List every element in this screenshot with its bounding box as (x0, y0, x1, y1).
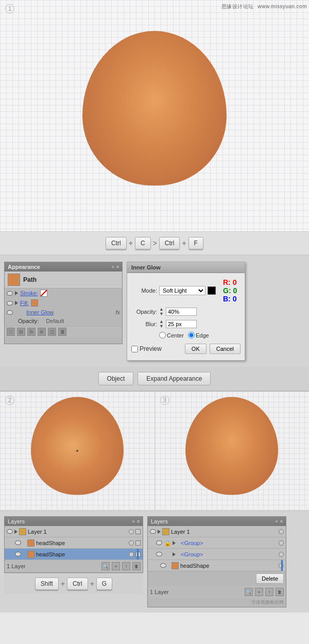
stroke-label[interactable]: Stroke: (20, 290, 38, 296)
layer1-expand-arrow[interactable] (14, 530, 18, 534)
stroke-visibility-eye[interactable] (7, 291, 13, 296)
move-up-icon[interactable]: ↑ (122, 562, 130, 570)
layers-right-footer: 1 Layer 🔍 + ↑ 🗑 (148, 586, 286, 598)
blur-ig-label: Blur: (131, 321, 157, 327)
layer-icon[interactable]: ⊟ (17, 328, 25, 336)
fx-footer-icon[interactable]: fx (27, 328, 36, 336)
shift-key[interactable]: Shift (35, 578, 59, 590)
panel-collapse[interactable]: « (112, 264, 114, 269)
step-number-3: 3 (160, 396, 169, 405)
expand-appearance-button[interactable]: Expand Appearance (138, 372, 211, 385)
shortcut-row-1: Ctrl + C > Ctrl + F (0, 232, 309, 256)
ctrl-key-2[interactable]: Ctrl (159, 237, 180, 249)
appearance-title: Appearance (8, 264, 40, 270)
fill-label[interactable]: Fill: (20, 300, 29, 306)
new-layer-btn[interactable]: + (112, 562, 120, 570)
stroke-expand-arrow[interactable] (15, 291, 18, 295)
group1-arrow[interactable] (173, 541, 176, 545)
layer1-name[interactable]: Layer 1 (28, 529, 127, 535)
layers-left-collapse[interactable]: « (132, 519, 135, 524)
layers-left-footer-icons: 🔍 + ↑ 🗑 (101, 562, 141, 570)
glow-color-swatch[interactable] (208, 286, 216, 295)
fill-visibility-eye[interactable] (7, 301, 13, 306)
headshape2-name[interactable]: headShape (36, 551, 127, 557)
opacity-spinner[interactable]: ▲▼ (159, 307, 164, 316)
duplicate-icon[interactable]: ◫ (48, 328, 56, 336)
blur-ig-input[interactable] (166, 320, 197, 328)
layer1-header-row: Layer 1 (5, 526, 143, 537)
right-move-icon[interactable]: ↑ (265, 588, 273, 596)
center-edge-row: Center Edge (159, 332, 241, 338)
ctrl-key-3[interactable]: Ctrl (67, 578, 88, 590)
clear-icon[interactable]: ⊘ (38, 328, 46, 336)
layers-right-title: Layers (151, 518, 168, 524)
right-layer1-swatch (162, 528, 169, 535)
c-key[interactable]: C (135, 237, 151, 249)
f-key[interactable]: F (188, 237, 203, 249)
right-layer1-eye[interactable] (150, 529, 156, 534)
inner-glow-row: Inner Glow fx (5, 308, 122, 317)
layers-panel-left: Layers « ≡ Layer 1 headShape (4, 516, 143, 573)
watermark: 思缘设计论坛 www.missyuan.com (221, 3, 307, 10)
headshape1-name[interactable]: headShape (36, 540, 127, 546)
headshape1-eye[interactable] (15, 540, 21, 545)
right-layer1-name[interactable]: Layer 1 (171, 529, 277, 535)
delete-row: Delete (148, 571, 286, 586)
right-headshape-name[interactable]: headShape (180, 563, 228, 569)
ig-buttons-row: Preview OK Cancel (131, 342, 241, 356)
cancel-button[interactable]: Cancel (210, 344, 241, 354)
preview-checkbox[interactable] (131, 346, 138, 352)
opacity-ig-input[interactable] (166, 308, 197, 316)
blur-ig-row: Blur: ▲▼ (131, 319, 241, 329)
group2-name[interactable]: <Group> (181, 551, 203, 557)
ctrl-key-1[interactable]: Ctrl (106, 237, 127, 249)
headshape2-eye[interactable] (15, 552, 21, 556)
layers-right-collapse[interactable]: « (276, 519, 278, 524)
right-search-icon[interactable]: 🔍 (245, 588, 253, 596)
delete-icon[interactable]: 🗑 (58, 328, 66, 336)
inner-glow-panel: Inner Glow Mode: Soft Light R: 0 G: 0 B:… (127, 262, 245, 361)
two-canvas-row: 2 3 (0, 392, 309, 511)
center-radio[interactable] (159, 332, 166, 338)
edge-radio[interactable] (188, 332, 195, 338)
center-option[interactable]: Center (159, 332, 184, 338)
g-key[interactable]: G (96, 578, 112, 590)
object-button[interactable]: Object (98, 372, 134, 385)
panel-controls: « ≡ (112, 264, 119, 269)
layers-left-footer: 1 Layer 🔍 + ↑ 🗑 (5, 560, 143, 572)
edge-option[interactable]: Edge (188, 332, 209, 338)
trash-icon[interactable]: 🗑 (132, 562, 141, 570)
group2-eye[interactable] (156, 552, 162, 556)
headshape2-circle (129, 552, 134, 557)
plus-2: + (182, 239, 186, 247)
inner-glow-label[interactable]: Inner Glow (26, 309, 113, 315)
group1-eye[interactable] (156, 540, 162, 545)
shortcut-row-2: Shift + Ctrl + G (4, 573, 143, 594)
layer1-eye[interactable] (7, 529, 13, 534)
group2-arrow[interactable] (173, 552, 176, 556)
layer-count-left: 1 Layer (7, 563, 26, 569)
fill-expand-arrow[interactable] (15, 301, 18, 305)
new-layer-icon[interactable]: □ (7, 328, 15, 336)
right-trash-icon[interactable]: 🗑 (276, 588, 284, 596)
ok-button[interactable]: OK (185, 344, 207, 354)
mode-select[interactable]: Soft Light (159, 286, 205, 295)
right-new-layer-btn[interactable]: + (255, 588, 263, 596)
arrow-1: > (153, 239, 157, 247)
right-layer1-circle (279, 529, 284, 534)
layers-left-menu[interactable]: ≡ (137, 519, 140, 524)
inner-glow-eye[interactable] (7, 310, 13, 315)
panel-menu[interactable]: ≡ (116, 264, 119, 269)
right-layer1-arrow[interactable] (158, 530, 161, 534)
headshape1-circle (129, 540, 134, 546)
layers-right-menu[interactable]: ≡ (280, 519, 283, 524)
search-layer-icon[interactable]: 🔍 (101, 562, 110, 570)
opacity-label: Opacity: (18, 318, 39, 324)
appearance-path-header: Path (5, 272, 122, 289)
inner-glow-body: Mode: Soft Light R: 0 G: 0 B: 0 Opacity:… (127, 273, 245, 360)
delete-button[interactable]: Delete (256, 573, 284, 584)
group1-name[interactable]: <Group> (181, 540, 203, 546)
blur-spinner[interactable]: ▲▼ (159, 319, 164, 329)
right-headshape-eye[interactable] (160, 563, 166, 568)
step-number-2: 2 (5, 396, 14, 405)
